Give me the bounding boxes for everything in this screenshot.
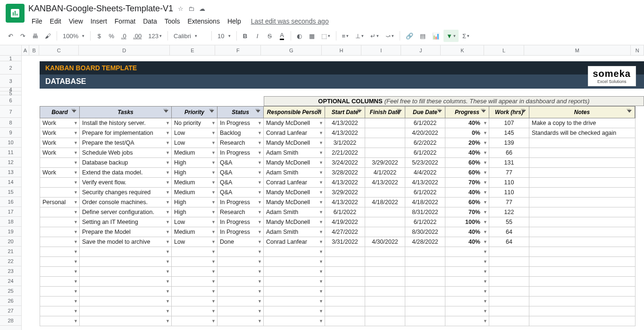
dropdown-arrow-icon[interactable]: ▼ [319, 309, 323, 314]
dropdown-arrow-icon[interactable]: ▼ [166, 200, 170, 205]
cell[interactable] [365, 118, 405, 128]
cell[interactable]: ▼ [217, 257, 264, 267]
cell[interactable]: ▼ [217, 316, 264, 326]
cell[interactable]: Q&A▼ [217, 158, 264, 168]
dropdown-arrow-icon[interactable]: ▼ [211, 180, 216, 185]
cell[interactable]: Adam Smith▼ [264, 168, 325, 178]
dropdown-arrow-icon[interactable]: ▼ [483, 190, 487, 195]
cell[interactable] [405, 247, 445, 257]
cell[interactable]: ▼ [217, 267, 264, 277]
dropdown-arrow-icon[interactable]: ▼ [483, 140, 487, 145]
dropdown-arrow-icon[interactable]: ▼ [258, 319, 262, 323]
dropdown-arrow-icon[interactable]: ▼ [258, 220, 262, 224]
dropdown-arrow-icon[interactable]: ▼ [74, 279, 78, 284]
dropdown-arrow-icon[interactable]: ▼ [166, 279, 170, 284]
col-due[interactable]: Due Date [405, 106, 445, 118]
dropdown-arrow-icon[interactable]: ▼ [319, 220, 323, 224]
cell[interactable] [325, 287, 365, 297]
currency-button[interactable]: $ [93, 30, 105, 42]
dropdown-arrow-icon[interactable]: ▼ [483, 279, 487, 284]
col-start[interactable]: Start Date [325, 106, 365, 118]
cell[interactable]: 6/2/2022 [405, 138, 445, 148]
cell[interactable]: Personal▼ [40, 198, 80, 207]
filter-icon[interactable] [71, 109, 77, 116]
row-header-19[interactable]: 19 [0, 227, 21, 237]
menu-tools[interactable]: Tools [161, 16, 184, 27]
cell[interactable]: In Progress▼ [217, 217, 264, 227]
menu-edit[interactable]: Edit [47, 16, 65, 27]
dropdown-arrow-icon[interactable]: ▼ [211, 269, 216, 274]
cell[interactable] [365, 207, 405, 217]
dropdown-arrow-icon[interactable]: ▼ [258, 160, 262, 165]
cell[interactable]: Mandy McDonell▼ [264, 158, 325, 168]
cell[interactable]: Backlog▼ [217, 128, 264, 138]
cell[interactable] [529, 247, 636, 257]
dropdown-arrow-icon[interactable]: ▼ [74, 319, 78, 323]
cell[interactable]: 4/18/2022 [365, 198, 405, 207]
row-header-12[interactable]: 12 [0, 157, 21, 167]
cell[interactable]: Mandy McDonell▼ [264, 198, 325, 207]
cell[interactable]: Save the model to archive▼ [80, 237, 172, 247]
dropdown-arrow-icon[interactable]: ▼ [211, 121, 216, 125]
dropdown-arrow-icon[interactable]: ▼ [74, 190, 78, 195]
dropdown-arrow-icon[interactable]: ▼ [483, 180, 487, 185]
cell[interactable] [529, 306, 636, 316]
cell[interactable]: Install the history server.▼ [80, 118, 172, 128]
cell[interactable] [325, 257, 365, 267]
filter-icon[interactable] [436, 109, 443, 116]
row-header-26[interactable]: 26 [0, 296, 21, 306]
cell[interactable] [529, 316, 636, 326]
cell[interactable] [325, 316, 365, 326]
col-header-D[interactable]: D [79, 45, 170, 55]
dropdown-arrow-icon[interactable]: ▼ [319, 140, 323, 145]
filter-icon[interactable] [209, 109, 215, 116]
cell[interactable] [489, 257, 529, 267]
dropdown-arrow-icon[interactable]: ▼ [166, 269, 170, 274]
dropdown-arrow-icon[interactable]: ▼ [483, 200, 487, 205]
cell[interactable]: ▼ [445, 247, 489, 257]
dropdown-arrow-icon[interactable]: ▼ [166, 289, 170, 294]
italic-button[interactable]: I [252, 30, 263, 42]
dropdown-arrow-icon[interactable]: ▼ [74, 200, 78, 205]
cell[interactable]: 60%▼ [445, 198, 489, 207]
cell[interactable]: ▼ [264, 287, 325, 297]
dropdown-arrow-icon[interactable]: ▼ [319, 150, 323, 155]
cell[interactable]: ▼ [264, 297, 325, 306]
cell[interactable]: Prepare for implementation▼ [80, 128, 172, 138]
cell[interactable]: 70%▼ [445, 207, 489, 217]
cell[interactable] [529, 277, 636, 287]
cell[interactable]: ▼ [80, 297, 172, 306]
row-header-17[interactable]: 17 [0, 207, 21, 217]
dropdown-arrow-icon[interactable]: ▼ [211, 160, 216, 165]
cell[interactable]: Adam Smith▼ [264, 148, 325, 158]
last-edit-link[interactable]: Last edit was seconds ago [251, 17, 329, 25]
dropdown-arrow-icon[interactable]: ▼ [258, 249, 262, 254]
cell[interactable]: Conrad Lanfear▼ [264, 178, 325, 188]
row-header-8[interactable]: 8 [0, 118, 21, 128]
cell[interactable]: Medium▼ [172, 148, 217, 158]
cell[interactable]: ▼ [80, 277, 172, 287]
dropdown-arrow-icon[interactable]: ▼ [74, 299, 78, 304]
cell[interactable]: ▼ [40, 188, 80, 198]
cell[interactable]: 110 [489, 188, 529, 198]
col-tasks[interactable]: Tasks [80, 106, 172, 118]
cell[interactable]: Prepare the Model▼ [80, 227, 172, 237]
filter-icon[interactable] [255, 109, 261, 116]
dropdown-arrow-icon[interactable]: ▼ [211, 279, 216, 284]
dropdown-arrow-icon[interactable]: ▼ [483, 269, 487, 274]
cell[interactable]: 4/19/2022 [325, 217, 365, 227]
dropdown-arrow-icon[interactable]: ▼ [319, 210, 323, 214]
dropdown-arrow-icon[interactable]: ▼ [74, 210, 78, 214]
cell[interactable]: 6/1/2022 [405, 148, 445, 158]
dropdown-arrow-icon[interactable]: ▼ [166, 239, 170, 244]
dropdown-arrow-icon[interactable]: ▼ [211, 239, 216, 244]
cell[interactable] [489, 297, 529, 306]
percent-button[interactable]: % [106, 30, 117, 42]
filter-button[interactable]: ▼▾ [443, 30, 459, 42]
dropdown-arrow-icon[interactable]: ▼ [166, 220, 170, 224]
text-color-button[interactable]: A [276, 30, 288, 42]
cell[interactable]: Mandy McDonell▼ [264, 118, 325, 128]
merge-button[interactable]: ⬚▾ [318, 30, 333, 42]
undo-button[interactable]: ↶ [5, 30, 16, 42]
row-header-24[interactable]: 24 [0, 276, 21, 286]
